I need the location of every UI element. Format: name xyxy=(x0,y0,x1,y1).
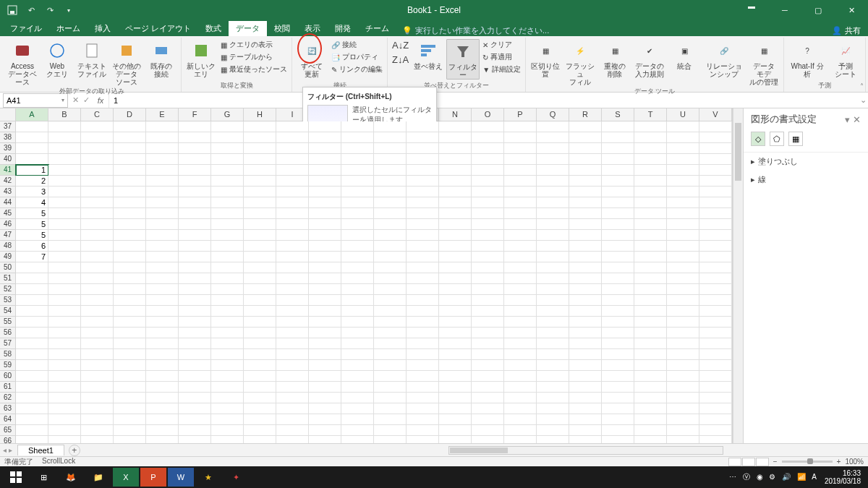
cell[interactable] xyxy=(81,414,114,425)
cell[interactable] xyxy=(211,132,244,143)
cell[interactable] xyxy=(341,187,374,197)
cell[interactable] xyxy=(569,306,602,317)
cell[interactable] xyxy=(472,360,504,371)
cell[interactable] xyxy=(504,295,537,306)
cell[interactable] xyxy=(699,176,732,187)
cell[interactable] xyxy=(472,121,504,132)
cell[interactable] xyxy=(146,382,179,393)
cell[interactable] xyxy=(146,371,179,382)
cell[interactable] xyxy=(146,208,179,219)
cell[interactable] xyxy=(16,393,48,403)
word-icon[interactable]: W xyxy=(168,468,194,487)
cell[interactable] xyxy=(211,230,244,241)
cell[interactable] xyxy=(667,241,699,252)
cell[interactable] xyxy=(114,154,146,165)
cell[interactable] xyxy=(667,284,699,295)
cell[interactable] xyxy=(211,284,244,295)
cell[interactable] xyxy=(114,230,146,241)
cell[interactable] xyxy=(602,403,634,414)
cell[interactable] xyxy=(472,208,504,219)
remove-dups-button[interactable]: ▦重複の 削除 xyxy=(598,39,631,78)
cell[interactable] xyxy=(537,187,569,197)
cells-grid[interactable]: 3738394041142243344445546547548649750515… xyxy=(0,121,732,443)
cell[interactable] xyxy=(667,403,699,414)
cell[interactable] xyxy=(374,349,407,360)
cell[interactable] xyxy=(472,371,504,382)
cell[interactable] xyxy=(309,252,341,262)
sheet-tab-sheet1[interactable]: Sheet1 xyxy=(17,445,64,455)
cell[interactable] xyxy=(244,295,276,306)
cell[interactable] xyxy=(16,284,48,295)
cell[interactable] xyxy=(537,262,569,273)
cell[interactable]: 2 xyxy=(16,176,48,187)
cell[interactable] xyxy=(634,219,667,230)
cell[interactable] xyxy=(537,403,569,414)
cell[interactable] xyxy=(211,176,244,187)
cell[interactable] xyxy=(537,230,569,241)
cell[interactable] xyxy=(537,208,569,219)
cell[interactable] xyxy=(179,436,211,443)
cell[interactable] xyxy=(48,349,81,360)
cell[interactable] xyxy=(439,306,472,317)
cell[interactable] xyxy=(48,393,81,403)
cell[interactable] xyxy=(276,284,309,295)
cell[interactable] xyxy=(48,338,81,349)
col-header-D[interactable]: D xyxy=(114,108,146,121)
cell[interactable] xyxy=(374,371,407,382)
cell[interactable] xyxy=(81,360,114,371)
cell[interactable] xyxy=(48,154,81,165)
cell[interactable] xyxy=(48,414,81,425)
row-header[interactable]: 55 xyxy=(0,317,16,328)
cell[interactable] xyxy=(244,436,276,443)
cell[interactable] xyxy=(667,230,699,241)
advanced-filter-button[interactable]: ▼ 詳細設定 xyxy=(481,64,522,75)
cell[interactable] xyxy=(374,219,407,230)
cell[interactable] xyxy=(472,252,504,262)
cell[interactable] xyxy=(48,252,81,262)
cell[interactable] xyxy=(537,176,569,187)
cell[interactable] xyxy=(341,154,374,165)
cell[interactable] xyxy=(309,132,341,143)
tray-icons[interactable]: ⋯ ⓥ ◉ ⚙ 🔊 📶 A xyxy=(729,472,819,482)
cell[interactable] xyxy=(81,143,114,154)
cell[interactable] xyxy=(602,328,634,338)
row-header[interactable]: 61 xyxy=(0,382,16,393)
cell[interactable] xyxy=(472,187,504,197)
sort-desc-button[interactable]: Z↓A xyxy=(391,53,410,66)
cell[interactable] xyxy=(667,121,699,132)
cell[interactable] xyxy=(537,414,569,425)
cell[interactable] xyxy=(504,273,537,284)
cell[interactable] xyxy=(699,349,732,360)
row-header[interactable]: 50 xyxy=(0,262,16,273)
cell[interactable] xyxy=(309,317,341,328)
cell[interactable] xyxy=(48,241,81,252)
tell-me-search[interactable]: 💡 実行したい作業を入力してください... xyxy=(402,25,549,36)
cell[interactable] xyxy=(48,165,81,176)
cell[interactable] xyxy=(179,425,211,436)
row-header[interactable]: 41 xyxy=(0,165,16,176)
cell[interactable] xyxy=(439,436,472,443)
maximize-icon[interactable]: ▢ xyxy=(801,0,835,20)
cell[interactable] xyxy=(569,219,602,230)
cell[interactable] xyxy=(276,176,309,187)
cell[interactable] xyxy=(439,219,472,230)
cell[interactable] xyxy=(146,197,179,208)
cell[interactable] xyxy=(634,154,667,165)
cell[interactable] xyxy=(211,165,244,176)
cell[interactable] xyxy=(341,284,374,295)
filter-button[interactable]: フィルター xyxy=(446,39,480,80)
share-button[interactable]: 👤 共有 xyxy=(825,25,868,36)
cell[interactable] xyxy=(407,414,439,425)
cell[interactable] xyxy=(407,241,439,252)
cell[interactable] xyxy=(472,349,504,360)
cell[interactable] xyxy=(179,187,211,197)
cell[interactable] xyxy=(407,295,439,306)
cell[interactable] xyxy=(16,349,48,360)
forecast-sheet-button[interactable]: 📈予測 シート xyxy=(829,39,862,78)
cell[interactable]: 7 xyxy=(16,252,48,262)
cell[interactable] xyxy=(439,187,472,197)
cell[interactable] xyxy=(16,328,48,338)
cell[interactable] xyxy=(276,273,309,284)
cell[interactable] xyxy=(569,241,602,252)
cell[interactable] xyxy=(341,143,374,154)
